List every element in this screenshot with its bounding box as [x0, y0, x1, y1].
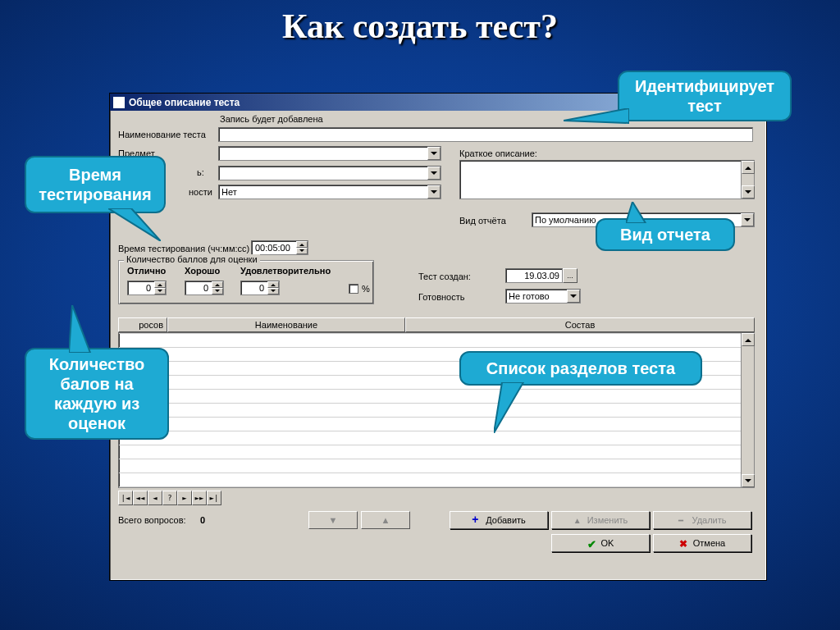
scroll-up-icon[interactable]	[742, 333, 755, 346]
author-combo[interactable]	[218, 166, 441, 180]
nav-last[interactable]: ►|	[207, 491, 221, 505]
nav-first[interactable]: |◄	[118, 491, 133, 505]
spin-up-icon[interactable]	[267, 281, 279, 288]
ok-label: OK	[601, 538, 614, 548]
callout-sections: Список разделов теста	[459, 351, 702, 386]
label-total-questions: Всего вопросов:	[118, 515, 186, 525]
record-navigator: |◄ ◄◄ ◄ ? ► ►► ►|	[118, 491, 221, 505]
window-title: Общее описание теста	[129, 97, 240, 108]
cancel-button[interactable]: Отмена	[653, 534, 751, 552]
grades-group-title: Количество баллов для оценки	[124, 254, 260, 264]
cancel-label: Отмена	[693, 538, 725, 548]
good-value: 0	[203, 283, 208, 293]
cross-icon	[679, 538, 689, 548]
scroll-down-icon[interactable]	[742, 474, 755, 487]
label-excellent: Отлично	[127, 266, 166, 276]
spin-down-icon[interactable]	[154, 288, 166, 294]
label-readiness: Готовность	[418, 292, 464, 302]
scrollbar[interactable]	[741, 161, 754, 199]
svg-marker-0	[564, 108, 629, 123]
label-percent: %	[362, 284, 370, 294]
excellent-spinner[interactable]: 0	[127, 281, 167, 295]
good-spinner[interactable]: 0	[185, 281, 224, 295]
callout-tail	[626, 202, 659, 223]
nav-prev-page[interactable]: ◄◄	[133, 491, 148, 505]
callout-tail	[564, 108, 629, 133]
col-header-name[interactable]: Наименование	[167, 317, 405, 332]
nav-next-page[interactable]: ►►	[192, 491, 207, 505]
total-questions-value: 0	[200, 515, 205, 525]
edit-button[interactable]: Изменить	[551, 511, 650, 529]
app-icon	[113, 97, 125, 108]
label-short-desc: Краткое описание:	[459, 148, 537, 158]
label-report-type: Вид отчёта	[459, 216, 506, 226]
percent-checkbox[interactable]	[349, 284, 358, 294]
label-created: Тест создан:	[418, 272, 471, 281]
readiness-value: Не готово	[509, 291, 550, 301]
svg-marker-1	[108, 208, 161, 241]
label-author-partial: ь:	[197, 167, 204, 177]
add-button[interactable]: Добавить	[450, 511, 548, 529]
callout-report: Вид отчета	[596, 218, 735, 251]
date-picker-button[interactable]: ...	[563, 268, 578, 283]
time-value: 00:05:00	[255, 243, 290, 253]
excellent-value: 0	[146, 283, 151, 293]
ok-button[interactable]: OK	[551, 534, 650, 552]
nav-prev[interactable]: ◄	[148, 491, 162, 505]
created-value: 19.03.09	[524, 271, 559, 281]
report-type-value: По умолчанию	[535, 215, 596, 225]
label-good: Хорошо	[185, 266, 220, 276]
label-test-name: Наименование теста	[118, 130, 206, 139]
created-date[interactable]: 19.03.09	[505, 268, 563, 283]
callout-tail	[69, 305, 102, 353]
satisfactory-spinner[interactable]: 0	[240, 281, 280, 295]
spin-down-icon[interactable]	[267, 288, 279, 294]
difficulty-combo[interactable]: Нет	[218, 185, 441, 199]
spin-up-icon[interactable]	[296, 241, 308, 248]
delete-button[interactable]: Удалить	[653, 511, 751, 529]
satisfactory-value: 0	[259, 283, 264, 293]
svg-marker-3	[69, 305, 90, 353]
label-satisfactory: Удовлетворительно	[240, 266, 331, 276]
spin-up-icon[interactable]	[212, 281, 223, 288]
time-spinner[interactable]: 00:05:00	[251, 240, 308, 255]
slide-title: Как создать тест?	[0, 7, 840, 46]
svg-marker-4	[494, 382, 523, 433]
check-icon	[587, 538, 597, 548]
delete-label: Удалить	[692, 515, 727, 525]
spin-up-icon[interactable]	[154, 281, 166, 288]
plus-icon	[472, 515, 482, 525]
window-body: Запись будет добавлена Наименование тест…	[113, 111, 763, 577]
label-time: Время тестирования (чч:мм:сс)	[118, 244, 249, 253]
test-name-input[interactable]	[218, 127, 753, 142]
chevron-down-icon[interactable]	[567, 290, 580, 303]
chevron-down-icon[interactable]	[427, 147, 441, 160]
label-difficulty-partial: ности	[189, 187, 212, 197]
nav-next[interactable]: ►	[177, 491, 192, 505]
readiness-combo[interactable]: Не готово	[505, 289, 581, 304]
callout-tail	[494, 382, 533, 433]
scrollbar[interactable]	[741, 333, 754, 487]
edit-label: Изменить	[587, 515, 628, 525]
chevron-down-icon[interactable]	[427, 167, 441, 180]
callout-time: Время тестирования	[25, 156, 166, 213]
scroll-up-icon[interactable]	[742, 161, 755, 174]
nav-query[interactable]: ?	[162, 491, 177, 505]
callout-points: Количество балов на каждую из оценок	[25, 348, 169, 440]
status-message: Запись будет добавлена	[220, 114, 323, 124]
chevron-down-icon[interactable]	[741, 213, 754, 226]
scroll-down-icon[interactable]	[742, 185, 755, 199]
spin-down-icon[interactable]	[296, 248, 308, 254]
subject-combo[interactable]	[218, 146, 441, 161]
chevron-down-icon[interactable]	[427, 185, 441, 199]
app-window: Общее описание теста Запись будет добавл…	[109, 93, 767, 581]
difficulty-value: Нет	[221, 187, 237, 197]
col-header-questions[interactable]: росов	[118, 317, 167, 332]
col-header-content[interactable]: Состав	[405, 317, 755, 332]
spin-down-icon[interactable]	[212, 288, 223, 294]
short-desc-textarea[interactable]	[459, 160, 755, 199]
minus-icon	[678, 515, 688, 525]
triangle-up-icon	[573, 515, 583, 525]
move-down-button[interactable]: ▼	[308, 511, 358, 529]
move-up-button[interactable]: ▲	[361, 511, 410, 529]
